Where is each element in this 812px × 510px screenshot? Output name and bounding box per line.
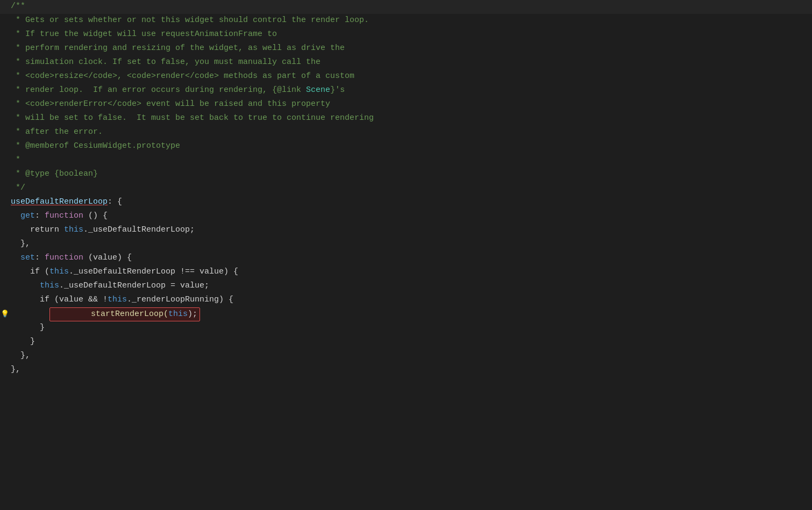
code-token: );	[188, 310, 197, 319]
code-line-2: * Gets or sets whether or not this widge…	[0, 14, 812, 28]
code-token	[11, 281, 40, 290]
code-token: return	[11, 225, 64, 234]
highlighted-code: startRenderLoop(this);	[49, 307, 200, 321]
code-token: this	[49, 267, 69, 276]
code-line-13: * @type {boolean}	[0, 168, 812, 182]
code-token: (value) {	[83, 253, 132, 262]
code-line-26: },	[0, 349, 812, 363]
code-line-5: * simulation clock. If set to false, you…	[0, 56, 812, 70]
code-line-10: * after the error.	[0, 126, 812, 140]
code-token: function	[45, 211, 83, 220]
code-token: Scene	[306, 85, 330, 95]
code-line-21: this._useDefaultRenderLoop = value;	[0, 279, 812, 293]
code-line-17: return this._useDefaultRenderLoop;	[0, 224, 812, 238]
code-token: if (	[11, 267, 49, 276]
code-line-15: useDefaultRenderLoop: {	[0, 196, 812, 210]
code-token: this	[108, 295, 127, 304]
code-line-24: }	[0, 321, 812, 335]
code-token: ._useDefaultRenderLoop = value;	[59, 281, 209, 290]
code-token: ._renderLoopRunning) {	[127, 295, 233, 304]
code-token: },	[11, 365, 20, 374]
code-line-14: */	[0, 182, 812, 196]
code-editor: /** * Gets or sets whether or not this w…	[0, 0, 812, 510]
code-line-11: * @memberof CesiumWidget.prototype	[0, 140, 812, 154]
code-line-18: },	[0, 238, 812, 252]
code-line-4: * perform rendering and resizing of the …	[0, 42, 812, 56]
code-token: * <code>resize</code>, <code>render</cod…	[11, 71, 354, 81]
code-token: function	[45, 253, 83, 262]
code-line-16: get: function () {	[0, 210, 812, 224]
code-token: useDefaultRenderLoop	[11, 197, 108, 206]
code-token: startRenderLoop(	[52, 310, 168, 319]
code-token: : {	[108, 197, 122, 206]
code-token: * perform rendering and resizing of the …	[11, 44, 345, 53]
code-token: if (value && !	[11, 295, 108, 304]
code-token: this	[168, 310, 188, 319]
code-token: this	[40, 281, 59, 290]
code-token: ._useDefaultRenderLoop;	[83, 225, 195, 234]
code-token: ._useDefaultRenderLoop !== value) {	[69, 267, 238, 276]
code-line-8: * <code>renderError</code> event will be…	[0, 98, 812, 112]
code-token: () {	[83, 211, 108, 220]
code-token: * after the error.	[11, 127, 103, 137]
code-token: *	[11, 155, 20, 164]
bulb-icon: 💡	[0, 307, 10, 321]
code-token: }	[11, 323, 45, 332]
code-line-20: if (this._useDefaultRenderLoop !== value…	[0, 265, 812, 279]
code-token: * will be set to false. It must be set b…	[11, 113, 374, 123]
code-token: */	[11, 183, 25, 192]
code-token: :	[35, 211, 45, 220]
code-token: * simulation clock. If set to false, you…	[11, 58, 320, 67]
code-token: * <code>renderError</code> event will be…	[11, 99, 330, 109]
code-token: * @memberof CesiumWidget.prototype	[11, 141, 180, 150]
code-line-1: /**	[0, 0, 812, 14]
code-token: },	[11, 239, 30, 248]
code-token: :	[35, 253, 45, 262]
code-token: },	[11, 351, 30, 360]
code-token: }'s	[330, 85, 345, 95]
code-line-3: * If true the widget will use requestAni…	[0, 28, 812, 42]
code-token: this	[64, 225, 83, 234]
code-token: }	[11, 337, 35, 346]
code-line-7: * render loop. If an error occurs during…	[0, 84, 812, 98]
code-line-25: }	[0, 335, 812, 349]
code-line-23: 💡 startRenderLoop(this);	[0, 307, 812, 321]
code-token: * If true the widget will use requestAni…	[11, 30, 277, 39]
code-line-12: *	[0, 154, 812, 168]
code-line-6: * <code>resize</code>, <code>render</cod…	[0, 70, 812, 84]
code-token: * @type {boolean}	[11, 169, 98, 178]
code-token: {@link	[272, 85, 306, 95]
code-line-19: set: function (value) {	[0, 252, 812, 265]
code-line-27: },	[0, 363, 812, 377]
code-line-9: * will be set to false. It must be set b…	[0, 112, 812, 126]
code-token: set	[11, 253, 35, 262]
code-token: get	[11, 211, 35, 220]
code-line-22: if (value && !this._renderLoopRunning) {	[0, 293, 812, 307]
code-token: * Gets or sets whether or not this widge…	[11, 16, 369, 25]
code-token: /**	[11, 2, 25, 11]
code-token: * render loop. If an error occurs during…	[11, 85, 272, 95]
